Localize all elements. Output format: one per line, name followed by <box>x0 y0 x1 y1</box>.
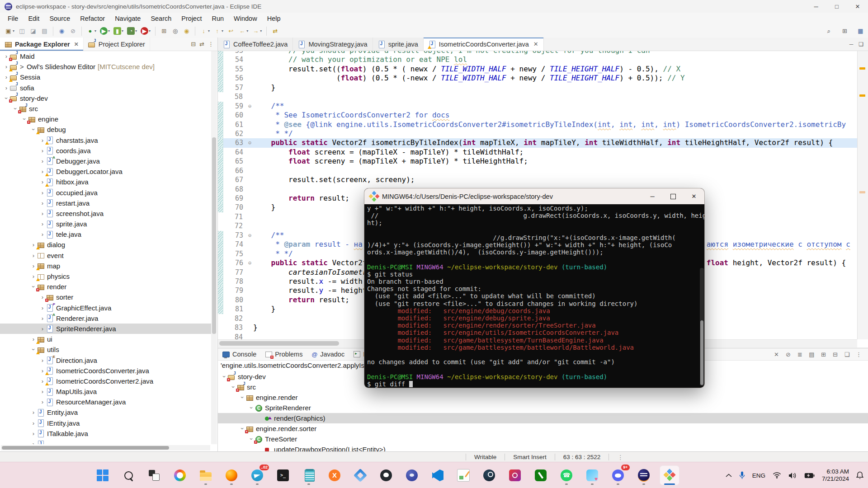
console-toolbar-icon-3[interactable]: ▤ <box>808 351 816 358</box>
profile-button[interactable]: ◔▾ <box>126 26 138 37</box>
tree-item-engine.render.sorter[interactable]: ›engine.render.sorter <box>218 423 868 434</box>
tree-item-Renderer.java[interactable]: ›ARenderer.java <box>0 313 211 324</box>
tree-arrow-icon[interactable]: › <box>39 189 46 196</box>
console-toolbar-icon-5[interactable]: ⊟ <box>831 351 839 358</box>
tree-item-map[interactable]: ›map <box>0 261 211 271</box>
editor-tab-IsometricCoordsConverter.java[interactable]: IsometricCoordsConverter.java✕ <box>424 38 544 51</box>
search-button[interactable] <box>118 465 138 485</box>
package-explorer-vertical-scrollbar[interactable] <box>211 51 217 444</box>
terminal-title-bar[interactable]: MINGW64:/c/Users/Denis-PC/eclipse-worksp… <box>364 188 704 204</box>
console-toolbar-icon-1[interactable]: ⊘ <box>784 351 792 358</box>
tree-item-ITalkable.java[interactable]: ›ITalkable.java <box>0 428 211 439</box>
collapse-all-icon[interactable]: ⊟ <box>191 41 196 47</box>
language-indicator[interactable]: ENG <box>752 472 765 479</box>
tree-arrow-icon[interactable]: › <box>30 252 37 259</box>
tree-arrow-icon[interactable]: › <box>30 430 37 437</box>
code-line-58[interactable]: 58 <box>218 92 857 101</box>
run-button[interactable]: ▶▾ <box>99 26 111 37</box>
code-line-66[interactable]: 66 <box>218 166 857 175</box>
console-toolbar-icon-0[interactable]: ✕ <box>773 351 780 358</box>
tree-item-dialog[interactable]: ›dialog <box>0 239 211 250</box>
tree-item-IsometricCoordsConverter.java[interactable]: ›IsometricCoordsConverter.java <box>0 366 211 376</box>
menu-run[interactable]: Run <box>207 15 229 22</box>
clock[interactable]: 6:03 AM 7/21/2024 <box>822 468 849 483</box>
tree-arrow-icon[interactable]: › <box>248 404 255 412</box>
fold-marker-icon[interactable]: ⊖ <box>246 231 254 240</box>
view-menu-icon[interactable]: ⋮ <box>208 41 214 47</box>
eclipse-app-button[interactable] <box>634 465 654 485</box>
new-java-class-button[interactable]: ⊞ <box>159 26 169 37</box>
tree-arrow-icon[interactable]: › <box>30 441 37 444</box>
battery-icon[interactable] <box>804 473 815 479</box>
speaker-icon[interactable] <box>788 472 797 479</box>
tree-item-sofia[interactable]: ›sofia <box>0 83 211 93</box>
tree-item-IEntity.java[interactable]: ›IEntity.java <box>0 418 211 428</box>
tree-item-coords.java[interactable]: ›coords.java <box>0 145 211 156</box>
tree-arrow-icon[interactable]: › <box>39 399 46 405</box>
start-button[interactable] <box>93 465 113 485</box>
tree-arrow-icon[interactable]: › <box>39 200 46 206</box>
forward-button[interactable]: →▾ <box>251 26 263 37</box>
tree-item-MapUtils.java[interactable]: ›MapUtils.java <box>0 386 211 397</box>
tree-arrow-icon[interactable]: › <box>30 409 37 416</box>
tree-item-hitbox.java[interactable]: ›hitbox.java <box>0 177 211 187</box>
github-button[interactable] <box>376 465 396 485</box>
java-perspective-button[interactable]: ▦ <box>856 26 865 37</box>
external-tools-button[interactable]: ▶▾ <box>140 26 151 37</box>
tree-item-IsometricCoordsConverter2.java[interactable]: ›IsometricCoordsConverter2.java <box>0 376 211 386</box>
tree-item-Direction.java[interactable]: ›EDirection.java <box>0 355 211 365</box>
blue-arrows-app-button[interactable] <box>350 465 370 485</box>
tree-arrow-icon[interactable]: › <box>30 420 37 427</box>
tree-item-charstats.java[interactable]: ›charstats.java <box>0 135 211 145</box>
heart-app-button[interactable] <box>582 465 602 485</box>
editor-tab-MovingStrategy.java[interactable]: MovingStrategy.java <box>293 38 373 51</box>
terminal-app-button[interactable] <box>273 465 293 485</box>
last-edit-location-button[interactable]: ↩ <box>226 26 236 37</box>
close-tab-icon[interactable]: ✕ <box>74 41 79 47</box>
menu-project[interactable]: Project <box>176 15 207 22</box>
tree-arrow-icon[interactable]: › <box>3 84 10 91</box>
next-annotation-button[interactable]: ↓▾ <box>199 26 211 37</box>
overview-ruler[interactable] <box>857 51 868 339</box>
git-bash-button[interactable] <box>660 465 679 485</box>
tree-arrow-icon[interactable]: › <box>39 231 46 238</box>
close-button[interactable]: ✕ <box>847 0 868 13</box>
editor-tab-sprite.java[interactable]: sprite.java <box>373 38 424 51</box>
warning-marker[interactable] <box>859 94 865 97</box>
tree-item-GraphicEffect.java[interactable]: ›PGraphicEffect.java <box>0 303 211 313</box>
tree-item-restart.java[interactable]: ›restart.java <box>0 198 211 208</box>
close-tab-icon[interactable]: ✕ <box>533 41 538 47</box>
tree-item-engine.render[interactable]: ›engine.render <box>218 392 868 403</box>
code-line-65[interactable]: 65 float screeny = (mapTileX + mapTileY)… <box>218 157 857 166</box>
vscode-button[interactable] <box>428 465 448 485</box>
tree-item-sorter[interactable]: ›sorter <box>0 292 211 302</box>
tree-item-Debugger.java[interactable]: ›ADebugger.java <box>0 156 211 166</box>
link-with-editor-icon[interactable]: ⇄ <box>199 41 204 47</box>
tab-console[interactable]: Console <box>218 348 261 360</box>
task-view-button[interactable] <box>144 465 164 485</box>
tree-arrow-icon[interactable]: › <box>39 221 46 227</box>
code-line-56[interactable]: 56 (float) (0.5 * (-newx / TILE_WIDTH_HA… <box>218 74 857 83</box>
tree-arrow-icon[interactable]: › <box>39 325 46 332</box>
console-toolbar-icon-4[interactable]: ⊞ <box>820 351 827 358</box>
notification-bell-icon[interactable] <box>856 471 863 479</box>
toolbar-search-button[interactable]: ⌕ <box>824 26 834 37</box>
tray-chevron-up-icon[interactable] <box>726 474 732 478</box>
code-line-64[interactable]: 64 float screenx = (mapTileX - mapTileY)… <box>218 148 857 157</box>
tree-item-tele.java[interactable]: ›tele.java <box>0 229 211 239</box>
terminal-scrollbar[interactable] <box>700 268 704 386</box>
tree-item-render[interactable]: ›render <box>0 282 211 292</box>
maximize-view-icon[interactable]: ❏ <box>859 41 863 47</box>
console-toolbar-icon-6[interactable]: ❏ <box>843 351 851 358</box>
link-with-editor-button[interactable]: ⇄ <box>270 26 280 37</box>
prev-annotation-button[interactable]: ↑▾ <box>212 26 224 37</box>
tree-arrow-icon[interactable]: › <box>39 147 46 154</box>
tree-item-Entity.java[interactable]: ›Entity.java <box>0 407 211 418</box>
tree-item-DebuggerLocator.java[interactable]: ›DebuggerLocator.java <box>0 166 211 177</box>
fold-marker-icon[interactable]: ⊖ <box>246 138 254 147</box>
tree-arrow-icon[interactable]: › <box>39 388 46 395</box>
debug-button[interactable]: ●▾ <box>85 26 97 37</box>
minimize-view-icon[interactable]: ─ <box>849 41 854 47</box>
menu-navigate[interactable]: Navigate <box>110 15 146 22</box>
steam-button[interactable] <box>479 465 499 485</box>
